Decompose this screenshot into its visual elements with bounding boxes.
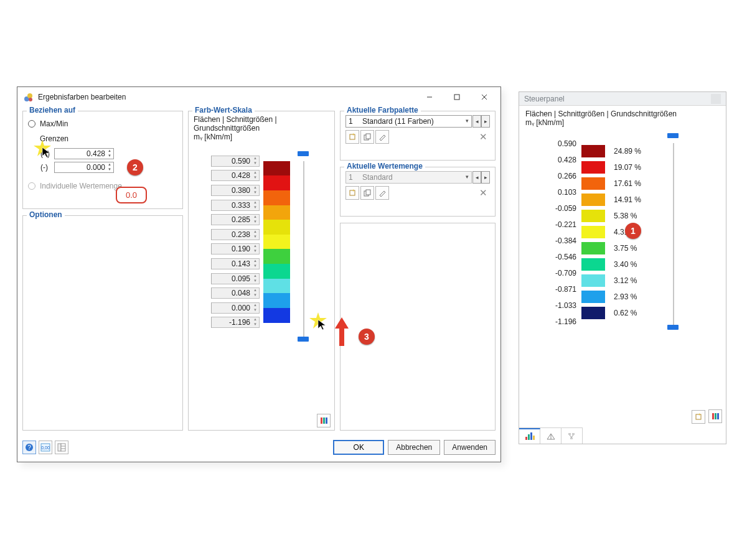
scale-value-input[interactable]: 0.143▲▼ <box>211 258 260 269</box>
color-swatch[interactable] <box>263 279 290 294</box>
color-swatch[interactable] <box>263 235 290 250</box>
legend-percent: 0.62 % <box>605 309 642 317</box>
panel-slider-bottom[interactable] <box>667 325 679 330</box>
slider-handle-bottom[interactable] <box>298 337 309 342</box>
color-swatch[interactable] <box>263 175 290 190</box>
legend-percent: 5.38 % <box>605 212 642 220</box>
scale-value-stepper[interactable]: ▲▼ <box>252 200 258 210</box>
slider-track[interactable] <box>303 161 304 339</box>
scale-value-input[interactable]: 0.428▲▼ <box>211 170 260 181</box>
scale-value-stepper[interactable]: ▲▼ <box>252 215 258 225</box>
reset-scale-button[interactable] <box>317 414 331 427</box>
scale-value-stepper[interactable]: ▲▼ <box>252 259 258 269</box>
color-swatch[interactable] <box>263 308 290 323</box>
limit-minus-value: 0.000 <box>87 163 105 172</box>
scale-value-input[interactable]: 0.000▲▼ <box>211 302 260 314</box>
svg-rect-24 <box>696 414 701 419</box>
help-button[interactable]: ? <box>22 441 36 454</box>
radio-individual <box>28 182 35 190</box>
scale-value-stepper[interactable]: ▲▼ <box>252 274 258 284</box>
palette-delete-button[interactable]: ✕ <box>476 130 490 144</box>
palette-select[interactable]: 1 Standard (11 Farben) ▾ <box>345 115 472 128</box>
valueset-delete-button[interactable]: ✕ <box>476 186 490 200</box>
color-swatch[interactable] <box>263 220 290 235</box>
panel-slider-track[interactable] <box>673 143 674 327</box>
panel-palette-edit-button[interactable] <box>692 410 705 424</box>
legend-swatch <box>581 177 605 190</box>
scale-value-input[interactable]: 0.048▲▼ <box>211 287 260 299</box>
valueset-next-button[interactable]: ▸ <box>481 171 490 184</box>
palette-new-button[interactable] <box>345 130 359 144</box>
color-swatch[interactable] <box>263 293 290 308</box>
color-swatch[interactable] <box>263 205 290 220</box>
list-tool-button[interactable] <box>55 441 68 454</box>
legend-percent: 3.12 % <box>605 276 642 285</box>
scale-value-input[interactable]: 0.285▲▼ <box>211 214 260 225</box>
panel-scale-button[interactable] <box>708 409 722 423</box>
valueset-edit-button[interactable] <box>375 186 389 200</box>
svg-rect-21 <box>61 444 65 451</box>
ok-button[interactable]: OK <box>333 440 384 455</box>
scale-value-input[interactable]: 0.380▲▼ <box>211 185 260 196</box>
legend-value: -0.059 <box>544 204 581 213</box>
palette-prev-button[interactable]: ◂ <box>472 115 481 128</box>
radio-maxmin[interactable] <box>28 120 35 128</box>
scale-value-stepper[interactable]: ▲▼ <box>252 230 258 240</box>
cancel-button[interactable]: Abbrechen <box>388 440 440 455</box>
scale-value-stepper[interactable]: ▲▼ <box>252 156 258 166</box>
limit-plus-stepper[interactable]: ▲▼ <box>106 149 113 159</box>
scale-value-input[interactable]: 0.590▲▼ <box>211 156 260 167</box>
scale-value-input[interactable]: 0.238▲▼ <box>211 229 260 240</box>
scale-value-stepper[interactable]: ▲▼ <box>252 303 258 313</box>
svg-point-2 <box>29 98 32 101</box>
palette-next-button[interactable]: ▸ <box>481 115 490 128</box>
tab-scale[interactable] <box>540 428 561 444</box>
svg-rect-26 <box>715 413 716 419</box>
group-refer-to: Beziehen auf Max/Min Grenzen (+) 0.428 ▲… <box>22 111 183 209</box>
legend-percent: 19.07 % <box>605 163 642 172</box>
panel-slider-top[interactable] <box>667 133 679 138</box>
svg-rect-8 <box>323 418 325 424</box>
panel-menu-button[interactable] <box>711 94 721 104</box>
scale-value-input[interactable]: 0.190▲▼ <box>211 243 260 254</box>
limit-plus-label: (+) <box>40 149 54 158</box>
scale-value-stepper[interactable]: ▲▼ <box>252 288 258 298</box>
scale-value-stepper[interactable]: ▲▼ <box>252 317 258 327</box>
valueset-new-button[interactable] <box>345 186 359 200</box>
window-minimize-button[interactable] <box>416 88 443 106</box>
svg-rect-30 <box>530 432 532 440</box>
scale-value-input[interactable]: 0.095▲▼ <box>211 273 260 284</box>
tab-colors[interactable] <box>519 428 540 444</box>
palette-edit-button[interactable] <box>375 130 389 144</box>
scale-value-stepper[interactable]: ▲▼ <box>252 244 258 254</box>
limit-plus-input[interactable]: 0.428 ▲▼ <box>54 148 114 159</box>
slider-handle-top[interactable] <box>298 151 309 156</box>
svg-rect-12 <box>366 134 370 139</box>
values-tool-button[interactable]: 0,00 <box>39 441 52 454</box>
window-close-button[interactable] <box>471 88 498 106</box>
legend-swatch <box>581 194 605 206</box>
valueset-prev-button[interactable]: ◂ <box>472 171 481 184</box>
color-swatch[interactable] <box>263 264 290 279</box>
valueset-copy-button[interactable] <box>360 186 374 200</box>
scale-value-input[interactable]: -1.196▲▼ <box>211 317 260 328</box>
scale-value-input[interactable]: 0.333▲▼ <box>211 200 260 211</box>
limit-minus-input[interactable]: 0.000 ▲▼ <box>54 162 114 173</box>
scale-value-stepper[interactable]: ▲▼ <box>252 185 258 195</box>
radio-maxmin-row[interactable]: Max/Min <box>28 118 177 130</box>
color-swatch[interactable] <box>263 190 290 205</box>
valueset-select: 1 Standard ▾ <box>345 171 472 184</box>
svg-rect-10 <box>350 134 355 139</box>
apply-button[interactable]: Anwenden <box>444 440 496 455</box>
tab-tree[interactable] <box>561 428 583 444</box>
window-maximize-button[interactable] <box>443 88 471 106</box>
legend-row: 0.59024.89 % <box>544 136 726 152</box>
palette-copy-button[interactable] <box>360 130 374 144</box>
limit-plus-value: 0.428 <box>87 149 105 158</box>
scale-value-stepper[interactable]: ▲▼ <box>252 170 258 180</box>
legend-value: -1.196 <box>544 317 581 326</box>
radio-limits-row[interactable]: Grenzen <box>28 133 177 145</box>
limit-minus-stepper[interactable]: ▲▼ <box>106 162 113 172</box>
color-swatch[interactable] <box>263 161 290 176</box>
color-swatch[interactable] <box>263 249 290 264</box>
